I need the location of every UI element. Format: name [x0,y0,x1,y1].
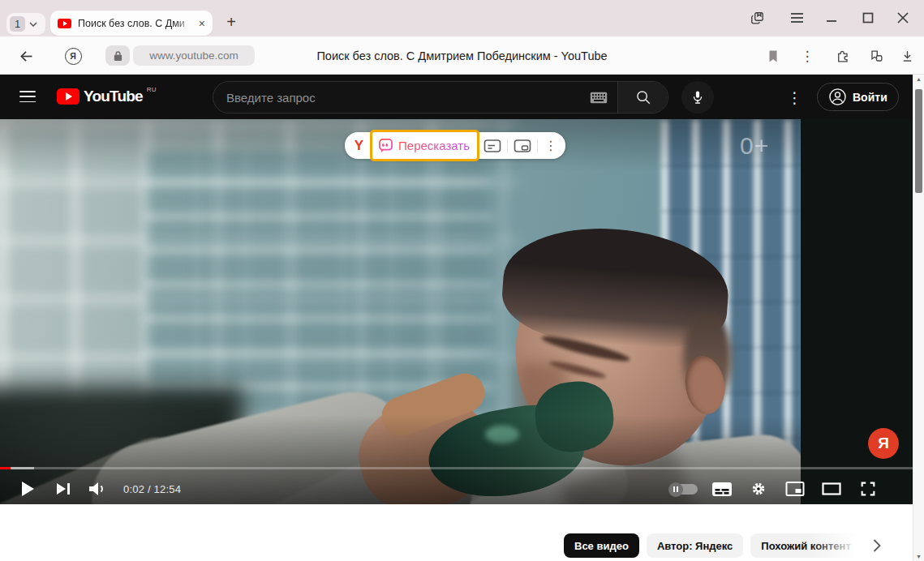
chip-similar[interactable]: Похожий контент [750,533,861,558]
collections-icon[interactable] [865,45,887,67]
yandex-letter: Я [65,48,82,65]
youtube-logo[interactable]: YouTube RU [57,88,156,105]
miniplayer-button[interactable] [780,474,810,503]
youtube-favicon-icon [58,19,71,28]
youtube-region-label: RU [147,86,157,93]
tab-count: 1 [10,16,25,32]
search-bar [213,81,668,113]
page-scrollbar[interactable]: ▲ ▼ [913,75,924,561]
address-bar: Я www.youtube.com Поиск без слов. С Дмит… [0,36,924,75]
theater-mode-button[interactable] [817,474,846,503]
settings-gear-icon[interactable] [744,474,773,503]
person-icon [828,88,847,106]
time-display: 0:02 / 12:54 [123,474,181,503]
youtube-header: YouTube RU ⋮ Войти [0,75,913,119]
scroll-down-icon[interactable]: ▼ [913,554,924,559]
voice-search-button[interactable] [681,81,714,113]
address-kebab-icon[interactable]: ⋮ [796,45,819,67]
extensions-puzzle-icon[interactable] [831,45,853,67]
maximize-window-icon[interactable] [857,6,879,29]
chip-author[interactable]: Автор: Яндекс [647,533,743,558]
seek-played [0,467,11,469]
yandex-browser-logo-icon[interactable]: Y [351,138,367,154]
youtube-wordmark: YouTube [84,88,143,105]
url-field[interactable]: www.youtube.com [133,45,255,66]
browser-tab-active[interactable]: Поиск без слов. С Дми × [50,11,213,36]
autoplay-knob [668,482,683,497]
side-panel-icon[interactable] [746,6,768,29]
signin-button[interactable]: Войти [817,83,899,111]
browser-menu-icon[interactable] [785,6,808,29]
volume-icon[interactable] [83,474,112,503]
tab-close-icon[interactable]: × [199,18,205,29]
filter-chips-row: Все видео Автор: Яндекс Похожий контент [564,533,862,558]
tab-title: Поиск без слов. С Дми [78,18,196,29]
toolbar-divider [537,139,538,153]
retell-label: Пересказать [398,139,470,152]
scroll-up-icon[interactable]: ▲ [913,76,924,82]
captions-overlay-icon[interactable] [483,138,502,154]
popout-overlay-icon[interactable] [513,138,532,154]
video-player: Y Пересказать ⋮ 0+ Я [0,119,913,504]
search-input[interactable] [213,91,590,105]
overlay-kebab-icon[interactable]: ⋮ [543,138,557,153]
tab-counter-button[interactable]: 1 [6,13,45,35]
below-player-area: Все видео Автор: Яндекс Похожий контент [0,504,913,561]
age-rating-label: 0+ [740,132,769,160]
fullscreen-button[interactable] [853,474,883,503]
play-button[interactable] [13,474,42,503]
bookmark-icon[interactable] [762,45,784,67]
autoplay-toggle[interactable] [670,484,698,495]
seek-bar[interactable] [0,467,913,469]
signin-label: Войти [853,91,887,104]
site-security-lock-icon[interactable] [105,45,130,66]
chips-scroll-right-icon[interactable] [863,532,891,559]
yandex-home-button[interactable]: Я [62,45,84,67]
yandex-fab-button[interactable]: Я [868,428,899,459]
player-controls: 0:02 / 12:54 [0,474,913,504]
subtitles-button[interactable] [707,474,737,503]
retell-button[interactable]: Пересказать [372,135,478,156]
hamburger-menu-icon[interactable] [19,91,36,102]
youtube-kebab-icon[interactable]: ⋮ [787,88,802,107]
yandex-extension-toolbar: Y Пересказать ⋮ [345,132,565,159]
search-button[interactable] [617,81,668,113]
onscreen-keyboard-icon[interactable] [590,92,617,104]
scrollbar-thumb[interactable] [915,89,922,193]
close-window-icon[interactable] [892,6,914,29]
chevron-down-icon [29,22,37,27]
next-button[interactable] [49,474,78,503]
minimize-window-icon[interactable] [820,6,843,29]
download-icon[interactable] [896,45,918,67]
video-frame[interactable] [0,119,801,504]
quote-bubble-icon [378,138,393,153]
new-tab-button[interactable]: + [221,11,242,32]
toolbar-divider [507,139,508,153]
browser-tab-bar: 1 Поиск без слов. С Дми × + [0,0,924,36]
back-icon[interactable] [15,45,37,67]
youtube-play-icon [57,88,80,105]
chip-all-videos[interactable]: Все видео [564,533,639,558]
